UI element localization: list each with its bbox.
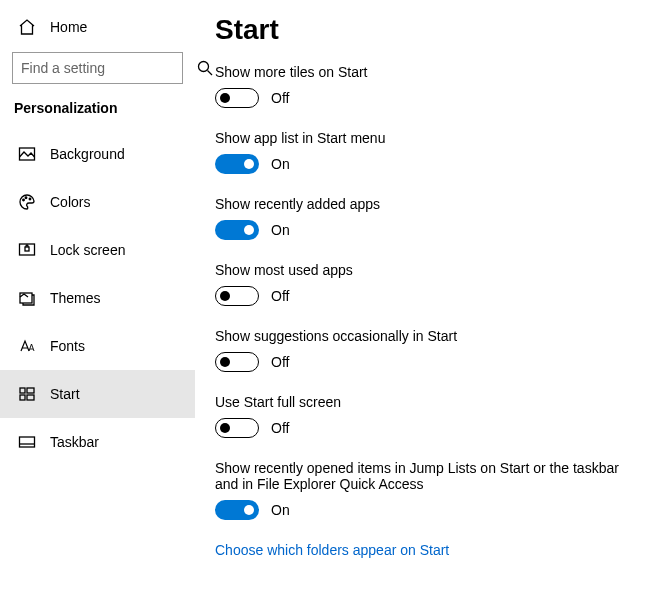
svg-point-4 bbox=[29, 198, 31, 200]
fonts-icon bbox=[18, 337, 36, 355]
taskbar-icon bbox=[18, 433, 36, 451]
palette-icon bbox=[18, 193, 36, 211]
search-input[interactable] bbox=[21, 60, 196, 76]
sidebar-item-label: Start bbox=[50, 386, 80, 402]
sidebar-home-label: Home bbox=[50, 19, 87, 35]
sidebar-item-home[interactable]: Home bbox=[0, 10, 195, 44]
sidebar-item-label: Background bbox=[50, 146, 125, 162]
setting-show-more-tiles: Show more tiles on Start Off bbox=[215, 64, 638, 108]
svg-rect-11 bbox=[27, 395, 34, 400]
sidebar-item-label: Lock screen bbox=[50, 242, 125, 258]
themes-icon bbox=[18, 289, 36, 307]
sidebar-item-taskbar[interactable]: Taskbar bbox=[0, 418, 195, 466]
setting-label: Show recently opened items in Jump Lists… bbox=[215, 460, 638, 492]
sidebar-item-start[interactable]: Start bbox=[0, 370, 195, 418]
sidebar-item-label: Colors bbox=[50, 194, 90, 210]
svg-rect-8 bbox=[20, 388, 25, 393]
toggle-most-used[interactable] bbox=[215, 286, 259, 306]
toggle-state: On bbox=[271, 502, 290, 518]
toggle-state: On bbox=[271, 156, 290, 172]
sidebar: Home Personalization Background Colors L… bbox=[0, 0, 195, 606]
toggle-state: Off bbox=[271, 288, 289, 304]
toggle-full-screen[interactable] bbox=[215, 418, 259, 438]
sidebar-item-lock-screen[interactable]: Lock screen bbox=[0, 226, 195, 274]
svg-rect-6 bbox=[25, 247, 29, 251]
setting-label: Show most used apps bbox=[215, 262, 638, 278]
setting-label: Use Start full screen bbox=[215, 394, 638, 410]
toggle-jump-lists[interactable] bbox=[215, 500, 259, 520]
toggle-state: Off bbox=[271, 354, 289, 370]
sidebar-item-label: Fonts bbox=[50, 338, 85, 354]
sidebar-item-label: Taskbar bbox=[50, 434, 99, 450]
setting-label: Show suggestions occasionally in Start bbox=[215, 328, 638, 344]
toggle-suggestions[interactable] bbox=[215, 352, 259, 372]
start-icon bbox=[18, 385, 36, 403]
svg-rect-9 bbox=[27, 388, 34, 393]
svg-point-2 bbox=[23, 199, 25, 201]
main-content: Start Show more tiles on Start Off Show … bbox=[195, 0, 650, 606]
setting-jump-lists: Show recently opened items in Jump Lists… bbox=[215, 460, 638, 520]
setting-most-used: Show most used apps Off bbox=[215, 262, 638, 306]
toggle-show-more-tiles[interactable] bbox=[215, 88, 259, 108]
sidebar-item-fonts[interactable]: Fonts bbox=[0, 322, 195, 370]
toggle-show-app-list[interactable] bbox=[215, 154, 259, 174]
setting-label: Show recently added apps bbox=[215, 196, 638, 212]
setting-label: Show app list in Start menu bbox=[215, 130, 638, 146]
lock-screen-icon bbox=[18, 241, 36, 259]
svg-rect-10 bbox=[20, 395, 25, 400]
home-icon bbox=[18, 18, 36, 36]
sidebar-item-themes[interactable]: Themes bbox=[0, 274, 195, 322]
page-title: Start bbox=[215, 14, 638, 46]
svg-rect-12 bbox=[20, 437, 35, 447]
svg-point-3 bbox=[25, 197, 27, 199]
sidebar-section-header: Personalization bbox=[0, 94, 195, 130]
search-container bbox=[0, 44, 195, 94]
setting-show-app-list: Show app list in Start menu On bbox=[215, 130, 638, 174]
toggle-state: On bbox=[271, 222, 290, 238]
toggle-state: Off bbox=[271, 90, 289, 106]
toggle-state: Off bbox=[271, 420, 289, 436]
sidebar-item-label: Themes bbox=[50, 290, 101, 306]
setting-label: Show more tiles on Start bbox=[215, 64, 638, 80]
setting-recently-added: Show recently added apps On bbox=[215, 196, 638, 240]
sidebar-item-colors[interactable]: Colors bbox=[0, 178, 195, 226]
toggle-recently-added[interactable] bbox=[215, 220, 259, 240]
picture-icon bbox=[18, 145, 36, 163]
setting-suggestions: Show suggestions occasionally in Start O… bbox=[215, 328, 638, 372]
setting-full-screen: Use Start full screen Off bbox=[215, 394, 638, 438]
choose-folders-link[interactable]: Choose which folders appear on Start bbox=[215, 542, 638, 558]
search-box[interactable] bbox=[12, 52, 183, 84]
svg-rect-7 bbox=[20, 293, 32, 303]
sidebar-item-background[interactable]: Background bbox=[0, 130, 195, 178]
